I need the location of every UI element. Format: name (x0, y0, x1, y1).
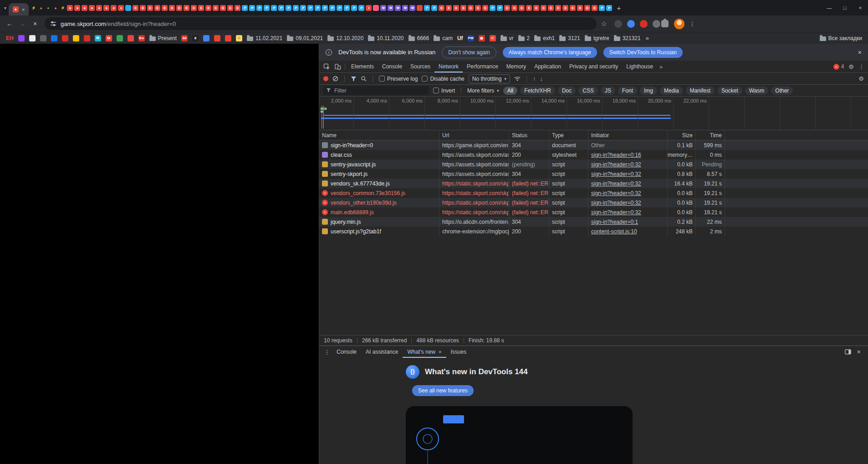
stop-reload-button[interactable]: × (29, 18, 41, 30)
checkbox[interactable] (379, 76, 385, 82)
import-har-icon[interactable]: ↑ (533, 75, 536, 82)
tab-favicon[interactable]: ● (82, 5, 87, 11)
bookmark-item[interactable] (60, 34, 71, 42)
bookmark-item[interactable] (16, 34, 27, 42)
minimize-button[interactable]: — (822, 5, 837, 10)
panel-tab-elements[interactable]: Elements (347, 61, 378, 72)
tab-favicon[interactable]: Р (293, 5, 299, 11)
tab-favicon[interactable]: Р (322, 5, 328, 11)
filter-chip-css[interactable]: CSS (578, 87, 598, 95)
bookmark-item[interactable]: 88 (179, 34, 190, 42)
tab-favicon[interactable]: І (366, 5, 372, 11)
new-tab-button[interactable]: + (612, 4, 625, 12)
tab-favicon[interactable]: Е (562, 5, 568, 11)
initiator-link[interactable]: sign-in?header=0:32 (591, 180, 641, 187)
panel-tab-lighthouse[interactable]: Lighthouse (622, 61, 657, 72)
throttling-select[interactable]: No throttling ▾ (469, 74, 510, 83)
bookmark-item[interactable] (82, 34, 92, 42)
maximize-button[interactable]: □ (837, 5, 853, 10)
tab-favicon[interactable]: Е (162, 5, 168, 11)
tab-favicon[interactable]: ● (67, 5, 73, 11)
tab-favicon[interactable]: Е (541, 5, 546, 11)
tab-favicon[interactable]: Ф (402, 5, 408, 11)
column-header-name[interactable]: Name (319, 130, 439, 140)
tab-favicon[interactable]: Р (329, 5, 335, 11)
tab-favicon[interactable]: Е (555, 5, 561, 11)
tab-favicon[interactable]: ⚡ (60, 5, 66, 11)
filter-chip-socket[interactable]: Socket (717, 87, 742, 95)
tab-favicon[interactable] (125, 5, 131, 11)
bookmark-folder[interactable]: tgretre (582, 34, 612, 42)
tab-favicon[interactable]: Е (592, 5, 597, 11)
panel-tab-sources[interactable]: Sources (406, 61, 434, 72)
bookmark-item[interactable]: M (103, 34, 114, 42)
search-icon[interactable] (361, 76, 367, 82)
extension-icon[interactable] (653, 20, 660, 28)
initiator-link[interactable]: content-script.js:10 (591, 228, 637, 235)
drawer-tab-ai-assistance[interactable]: AI assistance (361, 346, 403, 358)
tab-favicon[interactable]: Е (460, 5, 466, 11)
initiator-link[interactable]: sign-in?header=0:32 (591, 161, 641, 168)
bookmark-folder[interactable]: 2 (516, 34, 532, 42)
bookmark-item[interactable] (49, 34, 60, 42)
tab-favicon[interactable]: Р (242, 5, 248, 11)
panel-tab-console[interactable]: Console (378, 61, 406, 72)
error-badge[interactable]: × 4 (833, 63, 844, 70)
tab-favicon[interactable]: Р (424, 5, 430, 11)
tab-favicon[interactable]: Р (264, 5, 270, 11)
tab-favicon[interactable]: Е (511, 5, 517, 11)
tab-favicon[interactable]: Р (599, 5, 605, 11)
tab-favicon[interactable]: Ф (388, 5, 393, 11)
bookmark-item[interactable] (201, 34, 212, 42)
devtools-menu-icon[interactable]: ⋮ (858, 63, 864, 70)
drawer-tab-console[interactable]: Console (332, 346, 361, 358)
bookmark-item[interactable]: ✉ (92, 34, 103, 42)
bookmark-item[interactable]: C (487, 34, 498, 42)
preserve-log-checkbox[interactable]: Preserve log (379, 76, 418, 82)
tab-favicon[interactable]: Е (133, 5, 138, 11)
disable-cache-checkbox[interactable]: Disable cache (422, 76, 464, 82)
tab-favicon[interactable]: Ф (380, 5, 386, 11)
bookmark-folder[interactable]: 11.02.2021 (245, 34, 285, 42)
checkbox[interactable] (433, 88, 439, 93)
panel-tab-network[interactable]: Network (434, 61, 463, 72)
extension-icon[interactable] (627, 20, 635, 28)
tab-favicon[interactable]: Е (519, 5, 525, 11)
bookmark-item[interactable] (125, 34, 136, 42)
tab-favicon[interactable]: Е (533, 5, 539, 11)
bookmarks-overflow-chevron[interactable]: » (643, 35, 652, 41)
filter-chip-all[interactable]: All (503, 87, 517, 95)
network-table-empty-area[interactable] (319, 236, 868, 335)
tab-favicon[interactable]: Е (140, 5, 146, 11)
tab-favicon[interactable]: ● (103, 5, 109, 11)
tab-favicon[interactable]: Е (154, 5, 160, 11)
tab-favicon[interactable]: Р (351, 5, 357, 11)
initiator-link[interactable]: sign-in?header=0:32 (591, 190, 641, 196)
network-request-row[interactable]: ×main.edb68889.jshttps://static.skport.c… (319, 207, 868, 217)
filter-chip-wasm[interactable]: Wasm (745, 87, 769, 95)
tab-favicon[interactable]: Р (315, 5, 321, 11)
bookmark-item[interactable]: Uf (455, 34, 465, 42)
tab-favicon[interactable]: Ф (409, 5, 415, 11)
tab-favicon[interactable]: Р (256, 5, 262, 11)
filter-chip-js[interactable]: JS (601, 87, 615, 95)
panel-tab-performance[interactable]: Performance (463, 61, 502, 72)
tab-favicon[interactable]: Е (147, 5, 153, 11)
bookmark-item[interactable] (27, 34, 38, 42)
filter-chip-fetch-xhr[interactable]: Fetch/XHR (520, 87, 555, 95)
bookmark-item[interactable]: ☺ (234, 34, 245, 42)
tab-favicon[interactable]: ♠ (45, 5, 51, 11)
tab-favicon[interactable]: Е (220, 5, 226, 11)
network-request-row[interactable]: userscript.js?g2tab1fchrome-extension://… (319, 227, 868, 236)
network-request-row[interactable]: sentry-javascript.jshttps://assets.skpor… (319, 160, 868, 169)
close-tab-icon[interactable]: × (439, 349, 441, 355)
initiator-link[interactable]: sign-in?header=0:32 (591, 171, 641, 177)
column-header-status[interactable]: Status (509, 130, 549, 140)
tab-favicon[interactable]: Е (184, 5, 189, 11)
tab-favicon[interactable]: Р (286, 5, 291, 11)
tab-favicon[interactable]: ● (111, 5, 117, 11)
tab-favicon[interactable]: Е (584, 5, 590, 11)
tab-favicon[interactable]: ● (96, 5, 102, 11)
bookmark-folder[interactable]: exh1 (532, 34, 557, 42)
drawer-tab-what-s-new[interactable]: What's new× (403, 346, 446, 358)
